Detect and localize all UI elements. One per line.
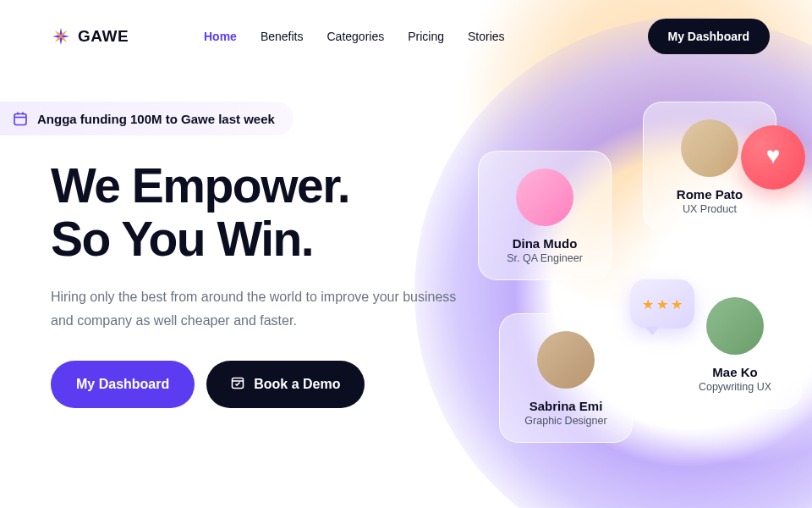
person-role: Graphic Designer (517, 415, 615, 427)
nav-categories[interactable]: Categories (327, 30, 385, 43)
star-icon: ★ (642, 296, 654, 312)
nav-home[interactable]: Home (204, 30, 237, 43)
calendar-check-icon (230, 375, 245, 394)
heart-badge-icon (741, 125, 805, 190)
site-header: GAWE Home Benefits Categories Pricing St… (0, 0, 812, 54)
spark-icon (51, 26, 71, 47)
avatar (516, 168, 573, 226)
book-demo-button[interactable]: Book a Demo (206, 361, 364, 408)
nav-stories[interactable]: Stories (468, 30, 505, 43)
person-role: Copywriting UX (686, 381, 784, 393)
hero-subhead: Hiring only the best from around the wor… (51, 285, 457, 331)
brand-logo[interactable]: GAWE (51, 26, 129, 47)
dashboard-button-hero[interactable]: My Dashboard (51, 361, 195, 408)
avatar (706, 297, 764, 355)
cta-row: My Dashboard Book a Demo (51, 361, 457, 408)
person-card[interactable]: Dina Mudo Sr. QA Engineer (478, 151, 612, 280)
nav-benefits[interactable]: Benefits (261, 30, 304, 43)
person-name: Mae Ko (686, 365, 784, 379)
nav-pricing[interactable]: Pricing (408, 30, 444, 43)
calendar-icon (12, 110, 29, 127)
brand-name: GAWE (78, 27, 129, 46)
dashboard-button-header[interactable]: My Dashboard (648, 19, 770, 54)
hero-title-line2: So You Win. (51, 212, 313, 266)
main-nav: Home Benefits Categories Pricing Stories (204, 30, 505, 43)
person-role: Sr. QA Engineer (496, 252, 594, 264)
svg-rect-4 (233, 378, 244, 388)
banner-text: Angga funding 100M to Gawe last week (37, 112, 275, 126)
hero-section: We Empower. So You Win. Hiring only the … (0, 135, 457, 408)
person-name: Sabrina Emi (517, 399, 615, 413)
person-name: Dina Mudo (496, 236, 594, 251)
rating-bubble-icon: ★ ★ ★ (630, 279, 694, 329)
star-icon: ★ (671, 296, 683, 312)
avatar (537, 331, 595, 389)
person-name: Rome Pato (661, 187, 759, 202)
hero-title: We Empower. So You Win. (51, 159, 457, 265)
person-role: UX Product (661, 203, 759, 215)
hero-title-line1: We Empower. (51, 158, 349, 213)
person-card[interactable]: Sabrina Emi Graphic Designer (499, 313, 633, 443)
news-banner: Angga funding 100M to Gawe last week (0, 102, 294, 135)
book-demo-label: Book a Demo (254, 377, 340, 392)
star-icon: ★ (656, 296, 668, 312)
svg-rect-0 (14, 114, 26, 125)
avatar (681, 119, 738, 177)
